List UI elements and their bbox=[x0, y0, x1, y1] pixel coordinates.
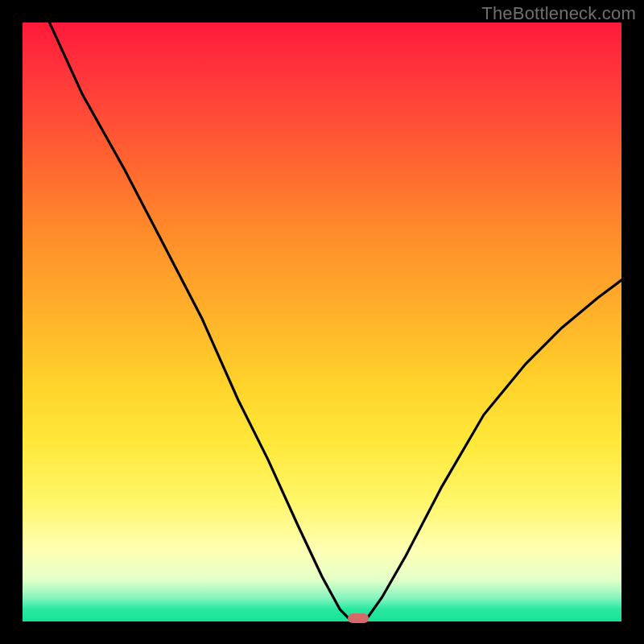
chart-frame: TheBottleneck.com bbox=[0, 0, 644, 644]
plot-area bbox=[23, 23, 621, 621]
bottleneck-curve bbox=[23, 23, 621, 621]
minimum-marker bbox=[348, 613, 369, 623]
watermark-text: TheBottleneck.com bbox=[481, 3, 636, 24]
curve-right-branch bbox=[367, 280, 621, 618]
curve-left-branch bbox=[50, 23, 349, 618]
